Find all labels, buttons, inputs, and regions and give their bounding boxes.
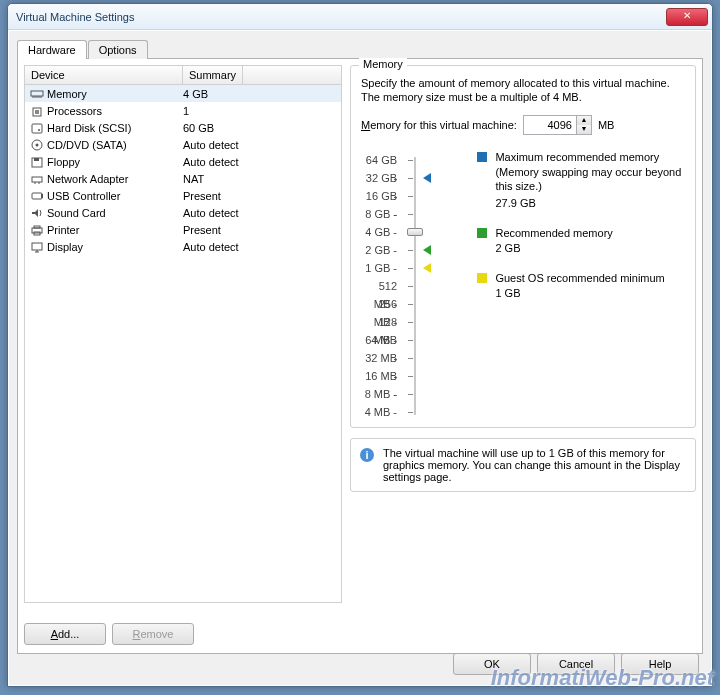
slider-track-line: [414, 157, 416, 415]
device-summary: Auto detect: [183, 207, 239, 219]
marker-min-icon: [423, 263, 431, 273]
table-row[interactable]: USB ControllerPresent: [25, 187, 341, 204]
device-summary: 1: [183, 105, 189, 117]
legend-max-value: 27.9 GB: [495, 196, 685, 211]
svg-rect-14: [32, 177, 42, 182]
help-button[interactable]: Help: [621, 653, 699, 675]
svg-rect-18: [41, 194, 43, 198]
tick-label: 4 MB -: [361, 403, 397, 421]
table-row[interactable]: Hard Disk (SCSI)60 GB: [25, 119, 341, 136]
close-button[interactable]: ✕: [666, 8, 708, 26]
legend-max-note: (Memory swapping may occur beyond this s…: [495, 165, 685, 195]
col-device: Device: [25, 66, 183, 84]
info-icon: i: [359, 447, 375, 463]
svg-rect-0: [31, 91, 43, 96]
cancel-button[interactable]: Cancel: [537, 653, 615, 675]
table-row[interactable]: Memory4 GB: [25, 85, 341, 102]
memory-group: Memory Specify the amount of memory allo…: [350, 65, 696, 428]
memory-icon: [29, 87, 45, 101]
device-buttons: Add... Remove: [24, 623, 194, 645]
table-header: Device Summary: [25, 66, 341, 85]
device-name: CD/DVD (SATA): [47, 139, 183, 151]
col-summary: Summary: [183, 66, 243, 84]
settings-window: Virtual Machine Settings ✕ Hardware Opti…: [7, 3, 713, 687]
legend-min-swatch: [477, 273, 487, 283]
tick-label: 64 MB -: [361, 331, 397, 349]
device-name: Network Adapter: [47, 173, 183, 185]
legend-min-title: Guest OS recommended minimum: [495, 272, 664, 284]
table-row[interactable]: PrinterPresent: [25, 221, 341, 238]
printer-icon: [29, 223, 45, 237]
svg-rect-7: [35, 110, 39, 114]
memory-unit: MB: [598, 119, 615, 131]
memory-input[interactable]: [524, 119, 576, 131]
tick-label: 128 MB -: [361, 313, 397, 331]
legend-max: Maximum recommended memory (Memory swapp…: [477, 151, 685, 212]
device-summary: NAT: [183, 173, 204, 185]
slider-tick-labels: 64 GB -32 GB -16 GB -8 GB -4 GB -2 GB -1…: [361, 151, 397, 421]
graphics-note-text: The virtual machine will use up to 1 GB …: [383, 447, 687, 483]
memory-field-label: Memory for this virtual machine:: [361, 119, 517, 131]
tick-label: 64 GB -: [361, 151, 397, 169]
usb-icon: [29, 189, 45, 203]
svg-point-11: [36, 143, 39, 146]
table-row[interactable]: CD/DVD (SATA)Auto detect: [25, 136, 341, 153]
add-button[interactable]: Add...: [24, 623, 106, 645]
table-row[interactable]: Sound CardAuto detect: [25, 204, 341, 221]
titlebar: Virtual Machine Settings ✕: [8, 4, 712, 30]
tick-label: 256 MB -: [361, 295, 397, 313]
tick-label: 2 GB -: [361, 241, 397, 259]
legend-rec: Recommended memory 2 GB: [477, 227, 685, 256]
memory-slider-area: 64 GB -32 GB -16 GB -8 GB -4 GB -2 GB -1…: [361, 151, 685, 421]
legend-rec-title: Recommended memory: [495, 227, 612, 239]
memory-description: Specify the amount of memory allocated t…: [361, 76, 685, 105]
tick-label: 512 MB -: [361, 277, 397, 295]
tab-hardware[interactable]: Hardware: [17, 40, 87, 59]
sound-icon: [29, 206, 45, 220]
display-icon: [29, 240, 45, 254]
device-name: USB Controller: [47, 190, 183, 202]
device-name: Display: [47, 241, 183, 253]
device-name: Sound Card: [47, 207, 183, 219]
memory-field-row: Memory for this virtual machine: ▲ ▼ MB: [361, 115, 685, 135]
spinner-up-icon[interactable]: ▲: [576, 116, 591, 125]
device-name: Processors: [47, 105, 183, 117]
memory-group-title: Memory: [359, 58, 407, 70]
tick-label: 32 MB -: [361, 349, 397, 367]
table-body: Memory4 GBProcessors1Hard Disk (SCSI)60 …: [25, 85, 341, 255]
tab-options[interactable]: Options: [88, 40, 148, 59]
svg-rect-17: [32, 193, 42, 199]
memory-slider[interactable]: [405, 151, 421, 421]
spinner-down-icon[interactable]: ▼: [576, 125, 591, 134]
slider-thumb[interactable]: [407, 228, 423, 236]
cd-icon: [29, 138, 45, 152]
ok-button[interactable]: OK: [453, 653, 531, 675]
svg-rect-20: [34, 226, 40, 228]
device-name: Printer: [47, 224, 183, 236]
marker-rec-icon: [423, 245, 431, 255]
svg-point-9: [38, 129, 40, 131]
window-title: Virtual Machine Settings: [16, 11, 666, 23]
device-summary: Present: [183, 190, 221, 202]
graphics-note: i The virtual machine will use up to 1 G…: [350, 438, 696, 492]
tab-strip: Hardware Options: [17, 40, 703, 59]
tick-label: 16 MB -: [361, 367, 397, 385]
device-name: Hard Disk (SCSI): [47, 122, 183, 134]
disk-icon: [29, 121, 45, 135]
table-row[interactable]: Processors1: [25, 102, 341, 119]
table-row[interactable]: Network AdapterNAT: [25, 170, 341, 187]
device-summary: Auto detect: [183, 139, 239, 151]
remove-button[interactable]: Remove: [112, 623, 194, 645]
device-summary: Auto detect: [183, 156, 239, 168]
legend-rec-swatch: [477, 228, 487, 238]
svg-rect-22: [32, 243, 42, 250]
device-table: Device Summary Memory4 GBProcessors1Hard…: [24, 65, 342, 603]
svg-text:i: i: [365, 449, 368, 461]
legend-min: Guest OS recommended minimum 1 GB: [477, 272, 685, 301]
tick-label: 16 GB -: [361, 187, 397, 205]
memory-legend: Maximum recommended memory (Memory swapp…: [477, 151, 685, 421]
table-row[interactable]: DisplayAuto detect: [25, 238, 341, 255]
tick-label: 1 GB -: [361, 259, 397, 277]
table-row[interactable]: FloppyAuto detect: [25, 153, 341, 170]
memory-spinner[interactable]: ▲ ▼: [523, 115, 592, 135]
